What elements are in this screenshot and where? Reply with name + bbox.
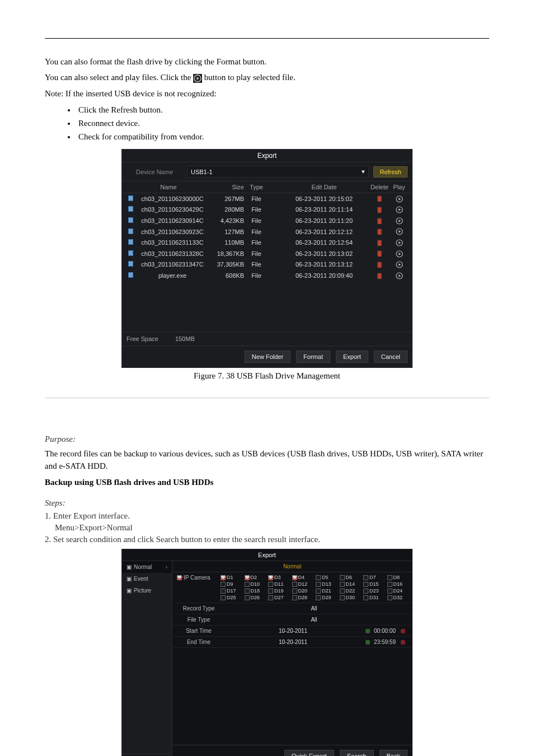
start-time-input[interactable]: 00:00:00 xyxy=(374,628,396,634)
file-type: File xyxy=(244,250,266,257)
camera-checkbox[interactable]: D1 xyxy=(221,575,241,580)
trash-icon[interactable] xyxy=(376,250,383,256)
camera-checkbox[interactable]: D5 xyxy=(316,575,336,580)
play-circle-icon[interactable] xyxy=(396,206,403,213)
play-circle-icon[interactable] xyxy=(396,261,403,268)
play-circle-icon[interactable] xyxy=(396,228,403,235)
camera-checkbox[interactable]: D20 xyxy=(292,588,313,594)
trash-icon[interactable] xyxy=(376,261,383,268)
camera-checkbox[interactable]: D3 xyxy=(268,575,289,580)
camera-checkbox[interactable]: D28 xyxy=(292,595,313,600)
paragraph-format: You can also format the flash drive by c… xyxy=(45,55,489,68)
tab-normal[interactable]: Normal xyxy=(172,561,412,572)
trash-icon[interactable] xyxy=(376,206,383,213)
table-row[interactable]: ch03_201106231133C110MBFile06-23-2011 20… xyxy=(122,237,412,248)
camera-checkbox[interactable]: D24 xyxy=(387,588,408,594)
camera-checkbox[interactable]: D18 xyxy=(245,588,265,594)
camera-checkbox[interactable]: D32 xyxy=(387,595,408,600)
camera-checkbox[interactable]: D7 xyxy=(363,575,384,580)
table-row[interactable]: player.exe608KBFile06-23-2011 20:09:40 xyxy=(122,270,412,281)
clock-icon[interactable] xyxy=(401,640,405,645)
camera-checkbox[interactable]: D29 xyxy=(316,595,336,600)
step-2: 2. Set search condition and click Search… xyxy=(45,535,489,544)
camera-checkbox[interactable]: D8 xyxy=(387,575,408,580)
camera-checkbox[interactable]: D13 xyxy=(316,581,336,587)
camera-checkbox[interactable]: D23 xyxy=(363,588,384,594)
camera-checkbox[interactable]: D6 xyxy=(340,575,360,580)
clock-icon[interactable] xyxy=(401,629,405,633)
ip-camera-master-checkbox[interactable] xyxy=(177,575,182,580)
backup-title: Export xyxy=(122,549,412,561)
camera-checkbox[interactable]: D16 xyxy=(387,581,408,587)
camera-checkbox[interactable]: D11 xyxy=(268,581,289,587)
search-button[interactable]: Search xyxy=(340,750,374,756)
camera-checkbox[interactable]: D15 xyxy=(363,581,384,587)
svg-marker-17 xyxy=(399,220,401,222)
checkbox-icon xyxy=(245,575,250,580)
device-select[interactable]: USB1-1 ▾ xyxy=(187,166,369,178)
sidebar-item-normal[interactable]: ▣ Normal › xyxy=(122,561,172,573)
end-date-input[interactable]: 10-20-2011 xyxy=(221,639,366,645)
table-row[interactable]: ch03_201106231328C18,367KBFile06-23-2011… xyxy=(122,248,412,259)
camera-checkbox[interactable]: D21 xyxy=(316,588,336,594)
play-circle-icon[interactable] xyxy=(396,250,403,256)
sidebar-item-live-view[interactable]: ⮐ Live View xyxy=(122,753,172,756)
start-date-input[interactable]: 10-20-2011 xyxy=(221,628,366,634)
play-circle-icon[interactable] xyxy=(396,217,403,223)
checkbox-icon xyxy=(268,575,273,580)
camera-checkbox[interactable]: D27 xyxy=(268,595,289,600)
play-circle-icon[interactable] xyxy=(396,195,403,202)
camera-checkbox[interactable]: D19 xyxy=(268,588,289,594)
file-name: ch03_201106230914C xyxy=(134,217,210,224)
file-type: File xyxy=(244,239,266,246)
backup-heading: Backup using USB flash drives and USB HD… xyxy=(45,476,489,489)
trash-icon[interactable] xyxy=(376,239,383,246)
table-row[interactable]: ch03_201106231347C37,305KBFile06-23-2011… xyxy=(122,259,412,270)
camera-checkbox[interactable]: D10 xyxy=(245,581,265,587)
camera-checkbox[interactable]: D22 xyxy=(340,588,360,594)
file-icon xyxy=(128,272,133,278)
new-folder-button[interactable]: New Folder xyxy=(245,351,291,363)
camera-checkbox[interactable]: D2 xyxy=(245,575,265,580)
camera-checkbox[interactable]: D25 xyxy=(221,595,241,600)
calendar-icon[interactable] xyxy=(366,629,370,633)
table-row[interactable]: ch03_201106230914C4,423KBFile06-23-2011 … xyxy=(122,215,412,226)
camera-checkbox[interactable]: D26 xyxy=(245,595,265,600)
end-time-input[interactable]: 23:59:59 xyxy=(374,639,396,645)
camera-checkbox[interactable]: D17 xyxy=(221,588,241,594)
calendar-icon[interactable] xyxy=(366,640,370,645)
camera-checkbox[interactable]: D31 xyxy=(363,595,384,600)
back-button[interactable]: Back xyxy=(380,750,407,756)
play-circle-icon[interactable] xyxy=(396,272,403,278)
camera-checkbox[interactable]: D14 xyxy=(340,581,360,587)
checkbox-icon xyxy=(340,595,345,600)
trash-icon[interactable] xyxy=(376,195,383,202)
file-icon xyxy=(128,250,133,256)
format-button[interactable]: Format xyxy=(296,351,330,363)
file-icon xyxy=(128,261,133,267)
svg-rect-18 xyxy=(378,230,382,235)
checkbox-icon xyxy=(387,582,392,587)
camera-checkbox[interactable]: D12 xyxy=(292,581,313,587)
table-row[interactable]: ch03_201106230923C127MBFile06-23-2011 20… xyxy=(122,226,412,237)
camera-checkbox[interactable]: D4 xyxy=(292,575,313,580)
table-row[interactable]: ch03_201106230429C280MBFile06-23-2011 20… xyxy=(122,204,412,216)
quick-export-button[interactable]: Quick Export xyxy=(284,750,334,756)
camera-label: D23 xyxy=(369,588,379,594)
trash-icon[interactable] xyxy=(376,228,383,235)
cancel-button[interactable]: Cancel xyxy=(374,351,407,363)
refresh-button[interactable]: Refresh xyxy=(373,166,407,178)
sidebar-item-event[interactable]: ▣ Event xyxy=(122,573,172,585)
camera-checkbox[interactable]: D9 xyxy=(221,581,241,587)
play-circle-icon[interactable] xyxy=(396,239,403,245)
table-row[interactable]: ch03_201106230000C267MBFile06-23-2011 20… xyxy=(122,193,412,204)
export-button[interactable]: Export xyxy=(336,351,368,363)
sidebar-item-picture[interactable]: ▣ Picture xyxy=(122,585,172,596)
camera-checkbox[interactable]: D30 xyxy=(340,595,360,600)
camera-label: D32 xyxy=(394,595,403,600)
file-type-select[interactable]: All xyxy=(221,617,407,623)
trash-icon[interactable] xyxy=(376,217,383,223)
record-type-select[interactable]: All xyxy=(221,605,407,612)
checkbox-icon xyxy=(221,595,226,600)
trash-icon[interactable] xyxy=(376,272,383,278)
